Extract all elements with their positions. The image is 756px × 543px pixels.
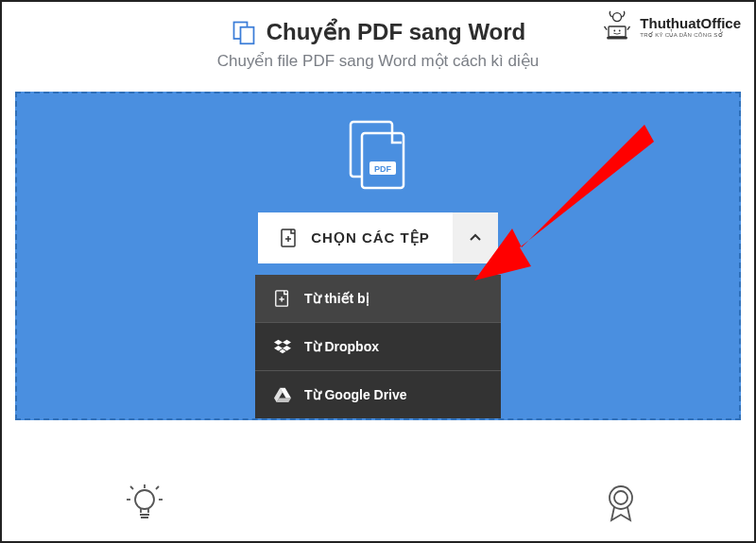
file-add-icon bbox=[274, 290, 291, 307]
page-title: Chuyển PDF sang Word bbox=[266, 19, 526, 45]
svg-rect-8 bbox=[362, 133, 404, 188]
svg-line-23 bbox=[156, 486, 159, 489]
svg-point-24 bbox=[610, 486, 632, 509]
file-add-icon bbox=[281, 229, 298, 247]
dropdown-item-device[interactable]: Từ thiết bị bbox=[255, 275, 501, 323]
google-drive-icon bbox=[274, 386, 291, 403]
svg-rect-6 bbox=[240, 27, 253, 44]
choose-files-row: CHỌN CÁC TỆP bbox=[258, 212, 498, 263]
pdf-to-word-icon bbox=[231, 19, 257, 45]
dropdown-item-dropbox[interactable]: Từ Dropbox bbox=[255, 323, 501, 371]
source-dropdown: Từ thiết bị Từ Dropbox Từ Google Drive bbox=[255, 275, 501, 418]
pdf-stack-icon: PDF bbox=[345, 120, 411, 195]
svg-text:PDF: PDF bbox=[374, 164, 392, 174]
dropbox-icon bbox=[274, 338, 291, 355]
dropdown-item-label: Từ Dropbox bbox=[304, 339, 379, 354]
file-dropzone[interactable]: PDF CHỌN CÁC TỆP bbox=[15, 92, 741, 420]
page-header: Chuyển PDF sang Word Chuyển file PDF san… bbox=[2, 2, 754, 78]
dropdown-item-label: Từ thiết bị bbox=[304, 291, 369, 306]
choose-files-caret-button[interactable] bbox=[453, 212, 498, 263]
page-subtitle: Chuyển file PDF sang Word một cách kì di… bbox=[21, 51, 735, 71]
svg-point-18 bbox=[135, 490, 154, 509]
choose-files-button[interactable]: CHỌN CÁC TỆP bbox=[258, 212, 453, 263]
lightbulb-icon bbox=[125, 483, 164, 522]
award-ribbon-icon bbox=[601, 483, 641, 522]
chevron-up-icon bbox=[469, 231, 482, 245]
dropdown-item-google-drive[interactable]: Từ Google Drive bbox=[255, 371, 501, 418]
svg-line-22 bbox=[130, 486, 133, 489]
svg-point-25 bbox=[614, 491, 627, 504]
choose-files-label: CHỌN CÁC TỆP bbox=[311, 229, 430, 246]
dropdown-item-label: Từ Google Drive bbox=[304, 387, 407, 402]
